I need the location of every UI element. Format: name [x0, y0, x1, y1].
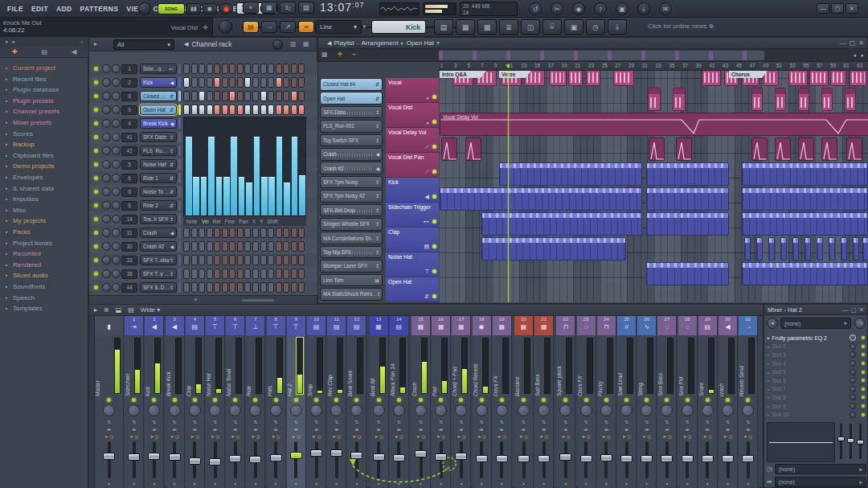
strip-fader[interactable] [641, 455, 653, 462]
step-cell[interactable] [252, 91, 259, 101]
step-cell[interactable] [183, 228, 190, 238]
step-cell[interactable] [244, 228, 251, 238]
stop-button[interactable]: ◼ [203, 3, 217, 14]
strip-send-switch[interactable]: ▴ [335, 480, 338, 486]
step-cell[interactable] [283, 269, 289, 279]
plugin-slot-8[interactable]: ▸Slot 8 [766, 393, 867, 402]
strip-pan-knob[interactable] [103, 404, 115, 416]
strip-send-switch[interactable]: ▴ [275, 480, 277, 486]
automation-clip-vocal-dist-pan[interactable] [775, 137, 791, 161]
plugin-slot-7[interactable]: ▸Slot 7 [766, 385, 867, 394]
step-cell[interactable] [183, 282, 190, 293]
strip-enable-led[interactable] [706, 398, 710, 402]
picker-item-linn-tom[interactable]: Linn Tom▤ [320, 274, 383, 287]
pattern-clip-noise-hat[interactable] [862, 237, 868, 260]
step-cell[interactable] [237, 105, 244, 115]
picker-item-ma-staticshock-retro-[interactable]: MA StaticShock Retro...↥ [320, 288, 383, 301]
channel-mixer-target[interactable]: 31 [121, 228, 137, 238]
slot-enable-led[interactable] [862, 396, 865, 399]
back-icon[interactable]: ◂ [5, 39, 8, 45]
step-cell[interactable] [229, 228, 235, 238]
strip-enable-led[interactable] [233, 398, 237, 402]
step-cell[interactable] [214, 241, 220, 252]
picker-item-ma-constellations-sh-[interactable]: MA Constellations Sh...↥ [320, 232, 383, 244]
mixer-strip-hats[interactable]: 8⊤Hats⇅◂▸➤ ◷▴ [267, 316, 286, 488]
channel-mute-led[interactable] [94, 203, 98, 207]
velocity-bar[interactable] [193, 177, 199, 215]
channel-button[interactable]: Ride 1⇵ [140, 173, 177, 183]
slot-enable-led[interactable] [862, 362, 865, 365]
strip-enable-led[interactable] [334, 398, 338, 402]
undo-icon[interactable]: ↺ [529, 2, 542, 15]
channel-volume-knob[interactable] [112, 105, 121, 114]
audio-clip-vocal-dist[interactable] [845, 88, 856, 111]
strip-enable-led[interactable] [665, 398, 669, 402]
velocity-bar[interactable] [208, 137, 215, 215]
mixer-strip-reverb-send[interactable]: 32→Reverb Send⇅◂▸➤ ◷▴ [739, 316, 758, 488]
step-cell[interactable] [244, 269, 251, 279]
mixer-view-icon[interactable]: ▤ [128, 306, 134, 314]
track-enable-led[interactable] [432, 95, 436, 99]
channel-pan-knob[interactable] [102, 256, 111, 265]
strip-pan-knob[interactable] [496, 404, 508, 416]
step-cell[interactable] [298, 282, 305, 293]
channel-volume-knob[interactable] [112, 64, 121, 73]
channel-button[interactable]: Ride 2⇵ [140, 200, 177, 211]
strip-pan-knob[interactable] [189, 404, 201, 416]
picker-patterns-icon[interactable]: ▦ [321, 51, 328, 58]
track-header-vocal-dist-pan[interactable]: Vocal Dist Pan⟋ [386, 153, 439, 178]
strip-send-switch[interactable]: ▴ [564, 480, 567, 486]
mixer-strip-rev-clap[interactable]: 11▤Rev Clap⇅◂▸➤ ◷▴ [327, 316, 346, 488]
slot-mix-knob[interactable] [850, 403, 856, 409]
channel-mixer-target[interactable]: 6 [121, 174, 137, 183]
mixer-strip-pad[interactable]: 16▦Pad⇅◂▸➤ ◷▴ [432, 316, 451, 488]
step-cell[interactable] [291, 269, 297, 279]
pattern-clip-sidechain-trigger[interactable] [742, 187, 868, 211]
picker-item-sfx-disto[interactable]: SFX Disto↥ [320, 106, 383, 119]
step-cell[interactable] [283, 228, 289, 238]
graph-tab-y[interactable]: Y [260, 219, 263, 224]
help-icon[interactable]: ? [594, 2, 607, 15]
mixer-strip-noise-hat[interactable]: 5⊤Noise Hat⇅◂▸➤ ◷▴ [206, 316, 225, 488]
playlist-overview-scrollbar[interactable] [439, 51, 764, 60]
step-cell[interactable] [268, 228, 274, 238]
strip-pan-knob[interactable] [476, 404, 488, 416]
menu-file[interactable]: FILE [3, 5, 27, 13]
step-edit-icon[interactable]: ▤ [243, 21, 259, 33]
strip-fader[interactable] [620, 455, 633, 462]
strip-send-switch[interactable]: ▴ [153, 480, 155, 486]
channel-volume-knob[interactable] [112, 160, 121, 169]
step-cell[interactable] [252, 228, 259, 238]
step-cell[interactable] [260, 77, 267, 88]
strip-send-switch[interactable]: ▴ [481, 480, 483, 486]
track-header-kick[interactable]: Kick◀ [386, 178, 439, 203]
step-cell[interactable] [207, 77, 213, 88]
strip-pan-knob[interactable] [330, 404, 342, 416]
step-cell[interactable] [237, 282, 244, 293]
eq-band-fader[interactable] [840, 424, 842, 459]
slot-enable-led[interactable] [862, 371, 865, 374]
channel-button[interactable]: Closed Hat #4⇵ [140, 91, 177, 101]
channel-button[interactable]: Noise Tonal⇵ [140, 187, 177, 197]
velocity-bar[interactable] [216, 177, 223, 215]
metronome-icon[interactable]: ⌖ [243, 2, 259, 14]
picker-item-toy-nip-sfx[interactable]: Toy Nip SFX↥ [320, 246, 383, 259]
channel-pan-knob[interactable] [102, 174, 111, 182]
step-cell[interactable] [199, 77, 205, 88]
track-enable-led[interactable] [432, 294, 436, 298]
pattern-clip-clap[interactable] [742, 212, 868, 236]
channel-mute-led[interactable] [94, 94, 98, 98]
step-cell[interactable] [229, 91, 235, 101]
picker-item-sfx-tym-noisy[interactable]: SFX Tym Noisy↥ [320, 176, 383, 189]
strip-send-switch[interactable]: ▴ [706, 480, 709, 486]
strip-enable-led[interactable] [686, 398, 690, 402]
strip-enable-led[interactable] [314, 398, 318, 402]
menu-edit[interactable]: EDIT [27, 5, 52, 13]
step-cell[interactable] [199, 64, 205, 74]
strip-enable-led[interactable] [726, 398, 730, 402]
pattern-clip-noise-hat[interactable] [805, 237, 811, 260]
strip-pan-knob[interactable] [722, 404, 734, 416]
strip-send-switch[interactable]: ▴ [460, 480, 462, 486]
strip-enable-led[interactable] [542, 398, 546, 402]
strip-fader-track[interactable] [420, 441, 423, 478]
